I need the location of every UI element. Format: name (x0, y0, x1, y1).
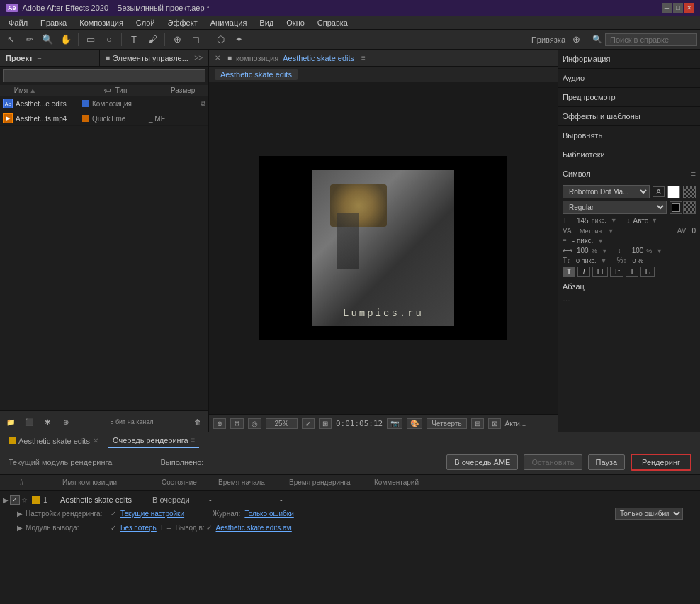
comp-tab-pill[interactable]: Aesthetic skate edits (215, 69, 298, 80)
tool-roto[interactable]: ⬡ (213, 32, 228, 47)
menu-window[interactable]: Окно (281, 17, 310, 28)
tool-text[interactable]: T (126, 32, 142, 47)
effects-section-title[interactable]: Эффекты и шаблоны (563, 110, 696, 123)
info-section-title[interactable]: Информация (563, 52, 696, 65)
scale-h-value[interactable]: 100 (577, 247, 589, 255)
leading-dropdown[interactable]: ▼ (651, 217, 657, 224)
tool-puppet[interactable]: ✦ (231, 32, 247, 47)
file-row-video[interactable]: ▶ Aesthet...ts.mp4 QuickTime _ ME (0, 111, 208, 126)
fmt-small-caps[interactable]: Tt (610, 267, 623, 277)
audio-section-title[interactable]: Аудио (563, 72, 696, 84)
menu-help[interactable]: Справка (312, 17, 354, 28)
controls-expand-icon[interactable]: >> (194, 54, 203, 62)
size-dropdown-icon[interactable]: ▼ (611, 217, 617, 224)
file-row-comp[interactable]: Ae Aesthet...e edits Композиция ⧉ (0, 96, 208, 111)
proj-delete[interactable]: 🗑 (190, 414, 205, 430)
font-size-value[interactable]: 145 (577, 217, 589, 225)
rq-pause-btn[interactable]: Пауза (588, 454, 626, 470)
menu-view[interactable]: Вид (254, 17, 279, 28)
scale-h-dd[interactable]: ▼ (602, 247, 608, 255)
tool-hand[interactable]: ✋ (58, 32, 74, 47)
fmt-superscript[interactable]: T (626, 267, 638, 277)
rq-star[interactable]: ☆ (21, 496, 28, 504)
menu-layer[interactable]: Слой (130, 17, 161, 28)
rq-log-dd[interactable]: Только ошибки (615, 508, 683, 520)
project-panel-tab[interactable]: Проект ≡ (0, 50, 99, 66)
tab-render-queue[interactable]: Очередь рендеринга ≡ (108, 434, 200, 448)
menu-file[interactable]: Файл (3, 17, 33, 28)
tool-rect[interactable]: ▭ (83, 32, 98, 47)
tab-rq-menu[interactable]: ≡ (191, 436, 196, 444)
rq-log-value[interactable]: Только ошибки (244, 510, 293, 518)
rq-module-expand[interactable]: ▶ (17, 524, 23, 532)
rq-settings-value[interactable]: Текущие настройки (120, 510, 184, 518)
text-color-white[interactable] (667, 186, 680, 198)
close-button[interactable]: ✕ (684, 3, 694, 13)
comp-tab-close-icon[interactable]: ✕ (215, 54, 220, 62)
menu-composition[interactable]: Композиция (74, 17, 129, 28)
footer-fit[interactable]: ⤢ (302, 418, 315, 429)
controls-panel-tab[interactable]: ■ Элементы управле... >> (100, 50, 208, 66)
font-name-select[interactable]: Robotron Dot Ma... (563, 185, 650, 198)
project-menu-icon[interactable]: ≡ (37, 54, 41, 62)
tool-pen[interactable]: ✏ (21, 32, 37, 47)
snap-icon[interactable]: ⊕ (568, 32, 584, 47)
menu-edit[interactable]: Правка (35, 17, 72, 28)
rq-module-value[interactable]: Без потерь (120, 524, 157, 532)
fmt-subscript[interactable]: T₁ (640, 267, 655, 277)
footer-zoom[interactable]: 25% (266, 418, 298, 429)
tab-comp[interactable]: Aesthetic skate edits ✕ (4, 435, 103, 447)
font-style-select[interactable]: Regular (563, 201, 667, 214)
fmt-bold[interactable]: T (563, 267, 575, 277)
fmt-all-caps[interactable]: TT (592, 267, 608, 277)
tool-select[interactable]: ↖ (3, 32, 18, 47)
maximize-button[interactable]: □ (673, 3, 683, 13)
proj-new-item[interactable]: ⬛ (21, 414, 37, 430)
stroke-color[interactable] (670, 201, 682, 214)
fmt-italic[interactable]: T (577, 267, 590, 277)
footer-quality[interactable]: Четверть (427, 418, 466, 429)
footer-settings[interactable]: ⚙ (230, 418, 244, 429)
rq-expand-icon[interactable]: ▶ (3, 496, 9, 504)
rq-item-row[interactable]: ▶ ☆ 1 Aesthetic skate edits В очереди - … (0, 493, 700, 506)
footer-snapshot[interactable]: 📷 (387, 418, 402, 429)
dash-dd[interactable]: ▼ (597, 237, 604, 245)
baseline-dd[interactable]: ▼ (601, 257, 607, 264)
font-preview-btn[interactable]: A (653, 186, 665, 197)
libraries-section-title[interactable]: Библиотеки (563, 148, 696, 161)
symbol-menu-icon[interactable]: ≡ (691, 169, 696, 178)
preview-section-title[interactable]: Предпросмотр (563, 91, 696, 104)
tool-clone[interactable]: ⊕ (169, 32, 185, 47)
canvas-area[interactable]: Lumpics.ru (209, 82, 558, 414)
symbol-section-title[interactable]: Символ ≡ (563, 167, 696, 180)
scale-v-dd[interactable]: ▼ (656, 247, 662, 255)
project-search-input[interactable] (3, 69, 205, 82)
stroke-checker[interactable] (683, 201, 696, 214)
rq-checkbox[interactable] (10, 495, 20, 505)
footer-regions[interactable]: ⊞ (319, 418, 332, 429)
footer-3d[interactable]: ◎ (248, 418, 261, 429)
tool-zoom[interactable]: 🔍 (40, 32, 55, 47)
proj-preview[interactable]: ⊕ (58, 414, 74, 430)
help-search-input[interactable] (605, 33, 697, 46)
footer-new-comp[interactable]: ⊕ (213, 418, 226, 429)
rq-render-btn[interactable]: Рендеринг (631, 454, 691, 471)
proj-new-folder[interactable]: 📁 (3, 414, 18, 430)
rq-stop-btn[interactable]: Остановить (524, 454, 582, 470)
tool-eraser[interactable]: ◻ (188, 32, 203, 47)
rq-add-ame-btn[interactable]: В очередь AME (446, 454, 518, 470)
tracking-value[interactable]: 0 (691, 227, 696, 235)
proj-interpret[interactable]: ✱ (40, 414, 55, 430)
tab-comp-close[interactable]: ✕ (93, 437, 98, 444)
rq-settings-expand[interactable]: ▶ (17, 510, 23, 518)
kerning-dd[interactable]: ▼ (608, 228, 614, 235)
menu-animation[interactable]: Анимация (205, 17, 253, 28)
minimize-button[interactable]: ─ (662, 3, 672, 13)
rq-module-plus[interactable]: + (159, 522, 164, 532)
comp-tab-menu-icon[interactable]: ≡ (361, 54, 366, 62)
footer-guides[interactable]: ⊠ (488, 418, 501, 429)
menu-effect[interactable]: Эффект (162, 17, 203, 28)
scale-v-value[interactable]: 100 (632, 247, 644, 255)
footer-timecode[interactable]: 0:01:05:12 (336, 419, 383, 428)
footer-grid[interactable]: ⊟ (471, 418, 484, 429)
